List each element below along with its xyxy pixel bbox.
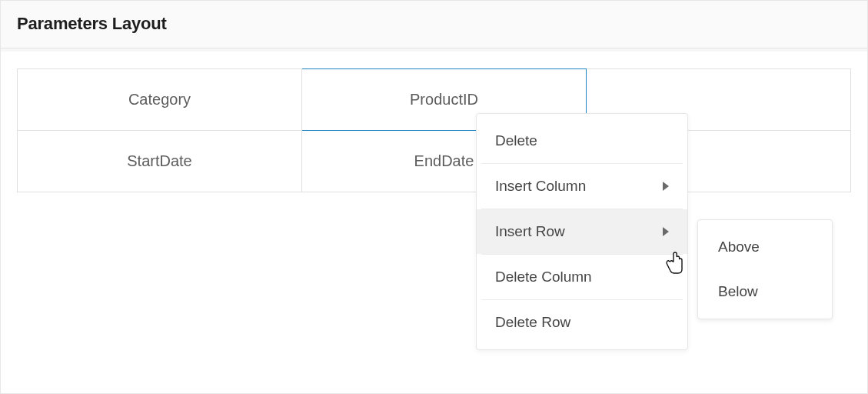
submenu-item-below[interactable]: Below [698, 269, 832, 314]
insert-row-submenu: Above Below [697, 219, 833, 319]
param-cell-category[interactable]: Category [18, 69, 302, 131]
menu-item-label: Delete Row [495, 314, 570, 331]
menu-item-delete-row[interactable]: Delete Row [477, 300, 687, 345]
parameters-grid: Category ProductID StartDate EndDate [17, 68, 851, 192]
menu-item-insert-row[interactable]: Insert Row [477, 209, 687, 254]
panel-header: Parameters Layout [0, 0, 868, 48]
menu-item-label: Insert Row [495, 223, 565, 240]
menu-item-label: Delete Column [495, 269, 592, 285]
chevron-right-icon [663, 227, 669, 236]
menu-item-delete-column[interactable]: Delete Column [477, 255, 687, 299]
menu-item-insert-column[interactable]: Insert Column [477, 164, 687, 209]
param-cell-startdate[interactable]: StartDate [18, 131, 302, 192]
menu-item-label: Insert Column [495, 178, 586, 195]
menu-item-label: Above [718, 239, 760, 255]
table-row: Category ProductID [18, 69, 851, 131]
parameters-layout-body: Category ProductID StartDate EndDate [0, 48, 868, 192]
context-menu: Delete Insert Column Insert Row Delete C… [476, 113, 688, 350]
table-row: StartDate EndDate [18, 131, 851, 192]
menu-item-label: Delete [495, 132, 537, 149]
submenu-item-above[interactable]: Above [698, 225, 832, 269]
menu-item-delete[interactable]: Delete [477, 119, 687, 163]
panel-title: Parameters Layout [17, 14, 851, 34]
menu-item-label: Below [718, 283, 758, 300]
chevron-right-icon [663, 182, 669, 191]
